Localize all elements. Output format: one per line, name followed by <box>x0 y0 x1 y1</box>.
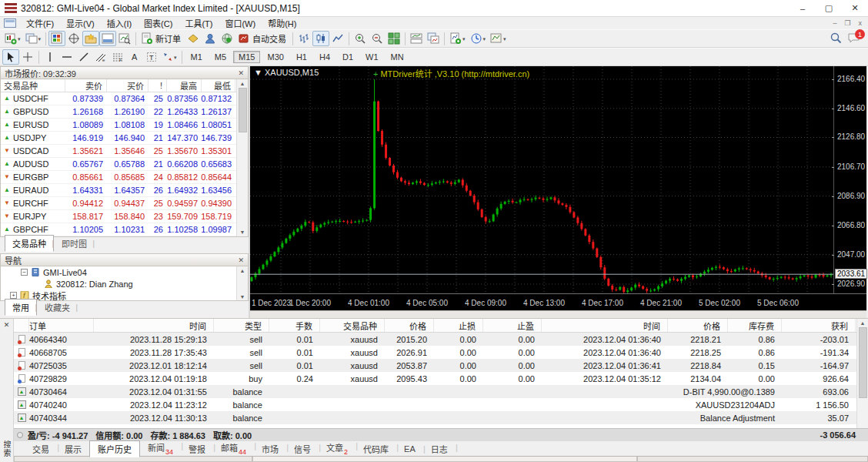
expert-advisors-button[interactable] <box>202 31 219 46</box>
menu-item[interactable]: 帮助(H) <box>262 19 302 28</box>
search-icon[interactable] <box>830 32 842 45</box>
market-watch-scrollbar[interactable]: ▲ ▼ <box>236 79 248 236</box>
maximize-button[interactable]: ▢ <box>816 0 842 16</box>
scrollbar-thumb[interactable] <box>859 327 867 398</box>
timeframe-button[interactable]: D1 <box>337 51 359 63</box>
history-row[interactable]: 40668705 2023.11.28 17:35:43 sell 0.01 x… <box>14 346 868 359</box>
time-axis[interactable]: 1 Dec 20231 Dec 20:004 Dec 01:004 Dec 05… <box>250 293 866 310</box>
history-row[interactable]: 40740240 2023.12.04 11:23:12 balance XAU… <box>14 398 868 411</box>
scroll-up-icon[interactable]: ▲ <box>860 320 866 326</box>
terminal-tab[interactable]: 文章2 <box>319 440 356 457</box>
market-watch-row[interactable]: ▲▼EURCHF 0.94412 0.94437 25 0.94597 0.94… <box>1 197 248 210</box>
navigator-toggle-button[interactable] <box>82 31 99 46</box>
history-row[interactable]: 40725035 2023.12.01 18:12:14 sell 0.01 x… <box>14 359 868 372</box>
arrows-tool-button[interactable]: ▾ <box>160 49 179 65</box>
column-header[interactable]: 时间 <box>542 319 668 332</box>
indicators-button[interactable]: ▾ <box>447 31 468 46</box>
scroll-down-icon[interactable]: ▼ <box>240 229 245 235</box>
chart-window[interactable]: ▼ XAUUSD,M15 +MTDriver统计 ,V3.10 (http://… <box>250 66 866 318</box>
equidistant-channel-tool-button[interactable]: e <box>92 49 109 65</box>
history-row[interactable]: 40730464 2023.12.04 01:31:55 balance D-B… <box>14 385 868 398</box>
column-header[interactable]: 买价 <box>107 79 149 92</box>
column-header[interactable]: 价格 <box>668 319 728 332</box>
history-row[interactable]: 40729829 2023.12.04 01:19:18 buy 0.24 xa… <box>14 372 868 385</box>
zoom-in-button[interactable] <box>352 31 369 46</box>
strategy-tester-button[interactable] <box>116 31 133 46</box>
candlestick-chart[interactable] <box>250 66 833 293</box>
terminal-tab[interactable]: 信号 <box>286 441 319 457</box>
column-header[interactable]: 获利 <box>782 319 856 332</box>
horizontal-line-tool-button[interactable] <box>58 49 75 65</box>
terminal-tab[interactable]: 市场 <box>254 441 286 457</box>
column-header[interactable]: 最高 <box>167 79 202 92</box>
timeframe-button[interactable]: W1 <box>360 51 384 63</box>
terminal-tab[interactable]: EA <box>396 443 423 455</box>
terminal-tab[interactable]: 交易 <box>25 441 57 457</box>
column-header[interactable]: 库存费 <box>728 319 782 332</box>
child-close-button[interactable]: x <box>859 19 863 27</box>
terminal-tab[interactable]: 警报 <box>181 441 213 457</box>
column-header[interactable]: 交易品种 <box>320 319 385 332</box>
column-header[interactable]: ! <box>149 79 167 92</box>
child-minimize-button[interactable]: – <box>833 19 836 27</box>
scroll-up-icon[interactable]: ▲ <box>240 268 245 273</box>
timeframe-button[interactable]: H1 <box>291 51 312 63</box>
templates-button[interactable]: ▾ <box>488 31 509 46</box>
market-watch-row[interactable]: ▲▼GBPUSD 1.26168 1.26190 22 1.26433 1.26… <box>1 105 248 119</box>
notifications-icon[interactable]: 1 <box>848 32 860 45</box>
vertical-line-tool-button[interactable] <box>42 49 58 65</box>
menu-item[interactable]: 窗口(W) <box>219 19 262 28</box>
column-header[interactable]: 价格 <box>385 319 434 332</box>
text-label-tool-button[interactable]: T <box>143 49 160 65</box>
scroll-up-icon[interactable]: ▲ <box>240 81 245 86</box>
terminal-tab[interactable]: 新闻34 <box>140 440 181 457</box>
fibonacci-tool-button[interactable]: F <box>109 49 126 65</box>
column-header[interactable]: 类型 <box>214 319 269 332</box>
close-icon[interactable]: ✕ <box>238 69 244 77</box>
line-chart-type-button[interactable] <box>329 31 346 46</box>
minimize-button[interactable]: – <box>790 0 816 16</box>
column-header[interactable]: 交易品种 <box>1 79 65 92</box>
timeframe-button[interactable]: H4 <box>314 51 336 63</box>
market-watch-row[interactable]: ▲▼EURUSD 1.08089 1.08108 19 1.08466 1.08… <box>1 119 248 132</box>
navigator-tab[interactable]: 常用| <box>5 299 37 316</box>
column-header[interactable]: 手数 <box>269 319 320 332</box>
column-header[interactable]: 最低 <box>202 79 235 92</box>
market-watch-row[interactable]: ▲▼USDJPY 146.919 146.940 21 147.370 146.… <box>1 132 248 145</box>
timeframe-button[interactable]: MN <box>386 51 409 63</box>
column-header[interactable]: 时间 <box>94 319 214 332</box>
tile-windows-button[interactable] <box>386 31 402 46</box>
close-button[interactable]: ✕ <box>842 0 868 16</box>
terminal-toggle-button[interactable] <box>99 31 116 46</box>
market-news-button[interactable] <box>219 31 235 46</box>
terminal-tab[interactable]: 日志 <box>423 441 456 457</box>
menu-item[interactable]: 显示(V) <box>60 19 101 28</box>
market-watch-row[interactable]: ▲▼AUDUSD 0.65767 0.65788 21 0.66208 0.65… <box>1 158 248 171</box>
scroll-down-icon[interactable]: ▼ <box>240 294 245 300</box>
column-header[interactable]: 订单 <box>29 319 94 332</box>
bar-chart-type-button[interactable] <box>295 31 312 46</box>
menu-item[interactable]: 文件(F) <box>20 19 60 28</box>
new-order-button[interactable]: 新订单 <box>139 31 185 46</box>
column-header[interactable]: 止盈 <box>483 319 542 332</box>
navigator-scrollbar[interactable]: ▲ ▼ <box>236 266 248 301</box>
timeframe-button[interactable]: M30 <box>262 51 289 63</box>
tile-horizontally-button[interactable] <box>408 31 425 46</box>
menu-item[interactable]: 插入(I) <box>101 19 138 28</box>
navigator-tab[interactable]: 收藏夹| <box>37 299 78 316</box>
data-window-button[interactable] <box>65 31 82 46</box>
autotrading-button[interactable]: 自动交易 <box>235 31 290 46</box>
timeframe-button[interactable]: M15 <box>233 51 260 63</box>
market-watch-row[interactable]: ▲▼USDCHF 0.87339 0.87364 25 0.87356 0.87… <box>1 92 248 105</box>
market-watch-toggle-button[interactable] <box>48 31 65 46</box>
column-header[interactable]: 卖价 <box>65 79 107 92</box>
scrollbar-thumb[interactable] <box>239 88 247 132</box>
tree-item-account-server[interactable]: − GMI-Live04 <box>1 266 248 278</box>
metaeditor-button[interactable] <box>185 31 202 46</box>
child-restore-button[interactable]: ❐ <box>844 19 850 27</box>
terminal-tab[interactable]: 代码库 <box>356 441 396 457</box>
market-watch-row[interactable]: ▲▼EURGBP 0.85661 0.85685 24 0.85812 0.85… <box>1 171 248 184</box>
crosshair-tool-button[interactable] <box>19 49 36 65</box>
terminal-tab[interactable]: 展示 <box>57 441 89 457</box>
menu-item[interactable]: 图表(C) <box>138 19 179 28</box>
